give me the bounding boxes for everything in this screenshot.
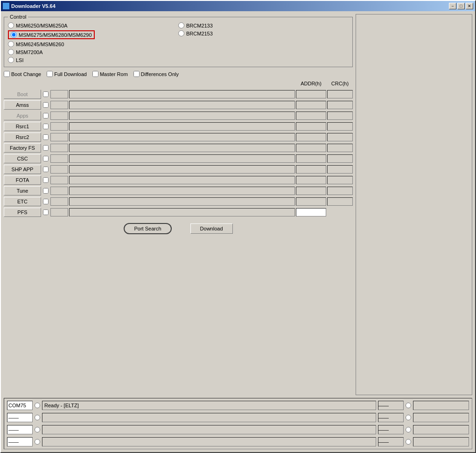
minimize-button[interactable]: − xyxy=(449,3,456,9)
pfs-addr-input[interactable] xyxy=(296,208,326,216)
shp-app-button[interactable]: SHP APP xyxy=(4,165,41,174)
boot-change-input[interactable] xyxy=(4,71,10,77)
fota-crc-input[interactable] xyxy=(327,176,353,184)
radio-msm6250-input[interactable] xyxy=(8,22,14,28)
apps-addr-input[interactable] xyxy=(296,112,326,120)
rsrc1-button[interactable]: Rsrc1 xyxy=(4,122,41,131)
apps-checkbox[interactable] xyxy=(43,113,49,118)
status-short-4a[interactable] xyxy=(378,437,404,446)
radio-brcm2133-input[interactable] xyxy=(178,22,184,28)
rsrc1-small-input[interactable] xyxy=(50,122,68,131)
differences-only-checkbox[interactable]: Differences Only xyxy=(133,71,179,77)
factory-fs-button[interactable]: Factory FS xyxy=(4,143,41,153)
status-text-2[interactable] xyxy=(42,413,376,422)
etc-small-input[interactable] xyxy=(50,197,68,206)
fota-path-input[interactable] xyxy=(69,176,295,184)
etc-checkbox[interactable] xyxy=(43,199,49,204)
boot-addr-input[interactable] xyxy=(296,90,326,98)
close-button[interactable]: ✕ xyxy=(466,3,473,9)
full-download-checkbox[interactable]: Full Download xyxy=(47,71,87,77)
radio-brcm2153-input[interactable] xyxy=(178,30,184,36)
csc-small-input[interactable] xyxy=(50,154,68,163)
boot-change-checkbox[interactable]: Boot Change xyxy=(4,71,41,77)
radio-brcm2133[interactable]: BRCM2133 xyxy=(178,22,349,28)
amss-button[interactable]: Amss xyxy=(4,100,41,110)
com-input-2[interactable] xyxy=(7,413,33,422)
radio-msm6245[interactable]: MSM6245/MSM6260 xyxy=(8,41,178,47)
fota-addr-input[interactable] xyxy=(296,176,326,184)
csc-addr-input[interactable] xyxy=(296,154,326,163)
radio-lsi-input[interactable] xyxy=(8,57,14,63)
apps-button[interactable]: Apps xyxy=(4,111,41,120)
factory-fs-small-input[interactable] xyxy=(50,144,68,152)
apps-crc-input[interactable] xyxy=(327,112,353,120)
shp-app-addr-input[interactable] xyxy=(296,165,326,174)
differences-only-input[interactable] xyxy=(133,71,140,77)
rsrc2-button[interactable]: Rsrc2 xyxy=(4,132,41,142)
fota-button[interactable]: FOTA xyxy=(4,175,41,185)
rsrc2-addr-input[interactable] xyxy=(296,133,326,141)
tune-path-input[interactable] xyxy=(69,187,295,195)
factory-fs-path-input[interactable] xyxy=(69,144,295,152)
factory-fs-crc-input[interactable] xyxy=(327,144,353,152)
status-long-2[interactable] xyxy=(413,413,469,422)
etc-addr-input[interactable] xyxy=(296,197,326,206)
amss-crc-input[interactable] xyxy=(327,101,353,109)
shp-app-path-input[interactable] xyxy=(69,165,295,174)
port-search-button[interactable]: Port Search xyxy=(124,223,171,234)
status-long-1[interactable] xyxy=(413,401,469,410)
pfs-checkbox[interactable] xyxy=(43,209,49,215)
pfs-button[interactable]: PFS xyxy=(4,208,41,217)
master-rom-checkbox[interactable]: Master Rom xyxy=(92,71,128,77)
radio-msm7200a-input[interactable] xyxy=(8,49,14,55)
rsrc1-checkbox[interactable] xyxy=(43,124,49,129)
shp-app-crc-input[interactable] xyxy=(327,165,353,174)
status-radio-4[interactable] xyxy=(35,439,40,445)
tune-button[interactable]: Tune xyxy=(4,186,41,195)
amss-addr-input[interactable] xyxy=(296,101,326,109)
boot-checkbox[interactable] xyxy=(43,91,49,97)
factory-fs-addr-input[interactable] xyxy=(296,144,326,152)
apps-path-input[interactable] xyxy=(69,112,295,120)
amss-checkbox[interactable] xyxy=(43,102,49,108)
status-radio-2[interactable] xyxy=(35,415,40,420)
boot-button[interactable]: Boot xyxy=(4,90,41,99)
rsrc1-addr-input[interactable] xyxy=(296,122,326,131)
csc-path-input[interactable] xyxy=(69,154,295,163)
rsrc2-path-input[interactable] xyxy=(69,133,295,141)
radio-msm6250[interactable]: MSM6250/MSM6250A xyxy=(8,22,178,28)
status-short-2a[interactable] xyxy=(378,413,404,422)
status-long-3[interactable] xyxy=(413,425,469,434)
factory-fs-checkbox[interactable] xyxy=(43,145,49,151)
status-radio-3[interactable] xyxy=(35,427,40,432)
status-long-4[interactable] xyxy=(413,437,469,446)
rsrc1-crc-input[interactable] xyxy=(327,122,353,131)
tune-addr-input[interactable] xyxy=(296,187,326,195)
maximize-button[interactable]: □ xyxy=(457,3,465,9)
amss-path-input[interactable] xyxy=(69,101,295,109)
pfs-small-input[interactable] xyxy=(50,208,68,216)
rsrc2-crc-input[interactable] xyxy=(327,133,353,141)
radio-msm7200a[interactable]: MSM7200A xyxy=(8,49,178,55)
shp-app-small-input[interactable] xyxy=(50,165,68,174)
csc-button[interactable]: CSC xyxy=(4,154,41,163)
radio-brcm2153[interactable]: BRCM2153 xyxy=(178,30,349,36)
tune-small-input[interactable] xyxy=(50,187,68,195)
boot-crc-input[interactable] xyxy=(327,90,353,98)
radio-msm6275-input[interactable] xyxy=(11,32,17,38)
fota-small-input[interactable] xyxy=(50,176,68,184)
status-short-3a[interactable] xyxy=(378,425,404,434)
status-radio-1[interactable] xyxy=(35,403,40,408)
boot-small-input[interactable] xyxy=(50,90,68,98)
status-radio-4b[interactable] xyxy=(406,439,411,445)
tune-crc-input[interactable] xyxy=(327,187,353,195)
pfs-path-input[interactable] xyxy=(69,208,295,216)
status-text-4[interactable] xyxy=(42,437,376,446)
boot-path-input[interactable] xyxy=(69,90,295,98)
amss-small-input[interactable] xyxy=(50,101,68,109)
etc-crc-input[interactable] xyxy=(327,197,353,206)
status-text-1[interactable] xyxy=(42,401,376,410)
status-short-1a[interactable] xyxy=(378,401,404,410)
rsrc2-checkbox[interactable] xyxy=(43,134,49,140)
download-button[interactable]: Download xyxy=(190,223,233,234)
